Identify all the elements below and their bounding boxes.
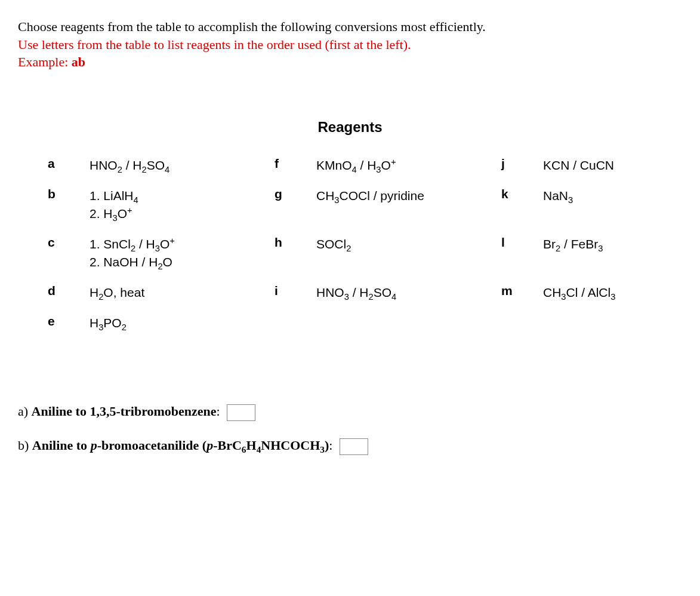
reagents-table: a HNO2 / H2SO4 f KMnO4 / H3O+ j KCN / Cu… xyxy=(48,156,682,332)
answer-input-a[interactable] xyxy=(227,404,255,421)
reagent-i: i HNO3 / H2SO4 xyxy=(275,284,501,301)
reagent-f: f KMnO4 / H3O+ xyxy=(275,156,501,174)
reagent-content: NaN3 xyxy=(543,187,573,204)
reagent-l: l Br2 / FeBr3 xyxy=(501,235,682,271)
question-b: b) Aniline to p-bromoacetanilide (p-BrC6… xyxy=(18,438,682,455)
reagent-content: 1. SnCl2 / H3O+2. NaOH / H2O xyxy=(90,235,175,271)
reagent-letter: i xyxy=(275,284,316,298)
reagent-letter: e xyxy=(48,314,90,328)
instruction-line-2: Use letters from the table to list reage… xyxy=(18,37,411,52)
reagent-j: j KCN / CuCN xyxy=(501,156,682,174)
reagent-h: h SOCl2 xyxy=(275,235,501,271)
reagent-e: e H3PO2 xyxy=(48,314,275,331)
reagent-content: KCN / CuCN xyxy=(543,156,614,174)
question-a-text: Aniline to 1,3,5-tribromobenzene xyxy=(32,404,217,419)
question-b-prefix: b) xyxy=(18,438,32,453)
instructions-block: Choose reagents from the table to accomp… xyxy=(18,18,682,71)
reagent-letter: h xyxy=(275,235,316,250)
reagent-letter: k xyxy=(501,187,543,201)
reagent-content: KMnO4 / H3O+ xyxy=(316,156,396,174)
reagent-letter: m xyxy=(501,284,543,298)
reagent-letter: d xyxy=(48,284,90,298)
reagent-letter: j xyxy=(501,156,543,171)
reagent-content: CH3Cl / AlCl3 xyxy=(543,284,615,301)
reagent-content: HNO2 / H2SO4 xyxy=(90,156,169,174)
question-b-suffix: : xyxy=(329,438,332,453)
question-a-suffix: : xyxy=(217,404,220,419)
reagent-b: b 1. LiAlH42. H3O+ xyxy=(48,187,275,222)
reagent-letter: l xyxy=(501,235,543,250)
reagent-content: 1. LiAlH42. H3O+ xyxy=(90,187,138,222)
question-a-prefix: a) xyxy=(18,404,32,419)
reagent-a: a HNO2 / H2SO4 xyxy=(48,156,275,174)
reagent-content: SOCl2 xyxy=(316,235,351,253)
reagent-letter: g xyxy=(275,187,316,201)
reagent-d: d H2O, heat xyxy=(48,284,275,301)
answer-input-b[interactable] xyxy=(340,438,368,455)
reagent-content: H2O, heat xyxy=(90,284,144,301)
reagent-letter: c xyxy=(48,235,90,250)
reagent-letter: f xyxy=(275,156,316,171)
reagent-letter: b xyxy=(48,187,90,201)
question-a: a) Aniline to 1,3,5-tribromobenzene: xyxy=(18,404,682,421)
question-b-text: Aniline to p-bromoacetanilide (p-BrC6H4N… xyxy=(32,438,329,453)
reagent-c: c 1. SnCl2 / H3O+2. NaOH / H2O xyxy=(48,235,275,271)
reagent-m: m CH3Cl / AlCl3 xyxy=(501,284,682,301)
reagent-content: CH3COCl / pyridine xyxy=(316,187,424,204)
example-label: Example: ab xyxy=(18,54,85,69)
reagent-content: Br2 / FeBr3 xyxy=(543,235,603,253)
reagent-g: g CH3COCl / pyridine xyxy=(275,187,501,222)
reagent-content: HNO3 / H2SO4 xyxy=(316,284,396,301)
reagent-content: H3PO2 xyxy=(90,314,127,331)
instruction-line-1: Choose reagents from the table to accomp… xyxy=(18,19,486,34)
reagent-letter: a xyxy=(48,156,90,171)
reagents-heading: Reagents xyxy=(18,119,682,136)
reagent-k: k NaN3 xyxy=(501,187,682,222)
